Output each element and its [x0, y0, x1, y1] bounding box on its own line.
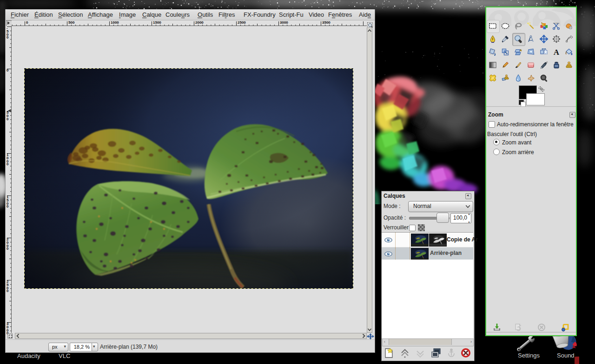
svg-text:A: A	[554, 48, 560, 56]
